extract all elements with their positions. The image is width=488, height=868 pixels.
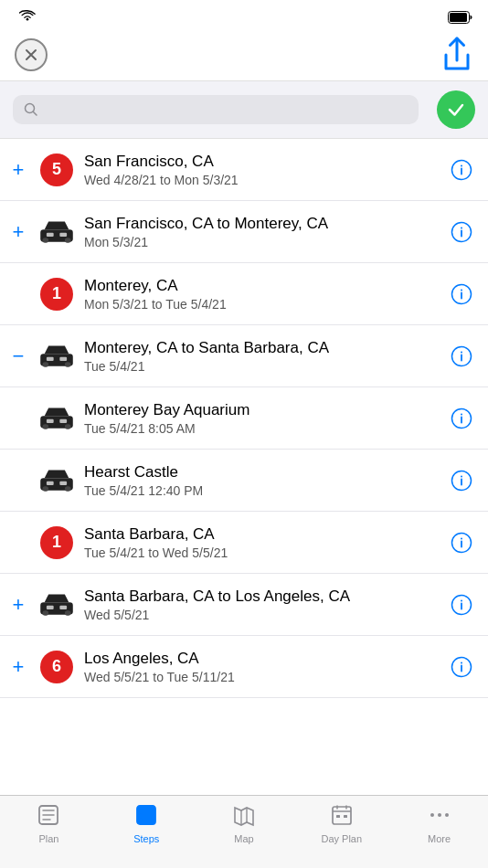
info-button[interactable] xyxy=(448,470,475,492)
item-subtitle: Tue 5/4/21 8:05 AM xyxy=(84,421,439,436)
info-button[interactable] xyxy=(448,345,475,367)
add-icon[interactable]: + xyxy=(7,158,29,182)
carrier-text xyxy=(15,10,36,26)
plan-tab-label: Plan xyxy=(38,833,58,844)
svg-rect-25 xyxy=(59,419,67,423)
svg-rect-40 xyxy=(47,606,54,609)
map-tab-icon xyxy=(232,803,256,831)
location-badge-icon: 5 xyxy=(38,153,75,186)
svg-point-4 xyxy=(461,164,462,166)
add-icon[interactable]: + xyxy=(7,593,29,617)
location-badge-icon: 1 xyxy=(38,278,75,311)
info-button[interactable] xyxy=(448,532,475,554)
svg-point-20 xyxy=(461,351,462,353)
svg-rect-1 xyxy=(450,13,467,22)
item-title: Los Angeles, CA xyxy=(84,650,439,668)
location-badge-icon: 6 xyxy=(38,651,75,683)
svg-point-48 xyxy=(140,810,143,812)
list-item: +5San Francisco, CAWed 4/28/21 to Mon 5/… xyxy=(0,139,488,201)
steps-tab-label: Steps xyxy=(133,833,159,844)
svg-point-11 xyxy=(461,227,462,228)
car-icon xyxy=(38,404,75,432)
svg-rect-18 xyxy=(59,357,67,361)
item-title: Santa Barbara, CA to Los Angeles, CA xyxy=(84,587,439,606)
svg-point-45 xyxy=(461,662,462,663)
info-button[interactable] xyxy=(448,594,475,616)
list: +5San Francisco, CAWed 4/28/21 to Mon 5/… xyxy=(0,139,488,773)
car-icon xyxy=(38,217,75,246)
list-item: + San Francisco, CA to Monterey, CAMon 5… xyxy=(0,201,488,263)
svg-rect-7 xyxy=(65,238,71,243)
list-item: − Monterey, CA to Santa Barbara, CATue 5… xyxy=(0,325,488,387)
svg-rect-51 xyxy=(333,807,351,824)
plan-tab-icon xyxy=(37,803,60,831)
remove-icon[interactable]: − xyxy=(7,344,29,368)
steps-tab-icon xyxy=(134,803,158,831)
svg-rect-8 xyxy=(47,233,54,237)
dayplan-tab-icon xyxy=(330,803,354,831)
svg-point-43 xyxy=(461,599,462,601)
svg-rect-17 xyxy=(47,357,54,361)
item-subtitle: Wed 5/5/21 xyxy=(84,608,439,622)
svg-rect-6 xyxy=(42,238,48,243)
tab-steps[interactable]: Steps xyxy=(98,803,196,844)
more-tab-icon xyxy=(428,803,451,831)
item-subtitle: Tue 5/4/21 xyxy=(84,359,439,374)
item-subtitle: Tue 5/4/21 to Wed 5/5/21 xyxy=(84,545,439,560)
car-icon xyxy=(38,342,75,370)
item-subtitle: Wed 5/5/21 to Tue 5/11/21 xyxy=(84,670,439,684)
svg-rect-30 xyxy=(65,486,71,492)
svg-point-36 xyxy=(461,537,462,539)
add-icon[interactable]: + xyxy=(7,655,29,679)
svg-rect-31 xyxy=(47,482,54,485)
svg-rect-52 xyxy=(336,815,340,818)
info-button[interactable] xyxy=(448,283,475,305)
tab-bar: Plan Steps Map Day Plan More xyxy=(0,795,488,868)
dayplan-tab-label: Day Plan xyxy=(321,833,362,844)
more-tab-label: More xyxy=(428,833,451,844)
svg-point-49 xyxy=(140,814,143,817)
svg-rect-15 xyxy=(42,362,48,367)
svg-rect-39 xyxy=(65,610,71,616)
list-item: 1Monterey, CAMon 5/3/21 to Tue 5/4/21 xyxy=(0,263,488,325)
tab-plan[interactable]: Plan xyxy=(0,803,98,844)
info-button[interactable] xyxy=(448,408,475,429)
svg-rect-41 xyxy=(59,606,67,609)
svg-rect-9 xyxy=(59,233,67,237)
list-item: + Santa Barbara, CA to Los Angeles, CAWe… xyxy=(0,574,488,636)
tab-map[interactable]: Map xyxy=(196,803,293,844)
item-title: Monterey, CA to Santa Barbara, CA xyxy=(84,339,439,357)
info-button[interactable] xyxy=(448,656,475,678)
item-subtitle: Mon 5/3/21 xyxy=(84,235,439,249)
svg-point-56 xyxy=(445,813,449,817)
svg-rect-16 xyxy=(65,362,71,367)
item-title: Santa Barbara, CA xyxy=(84,525,439,544)
share-button[interactable] xyxy=(440,38,473,71)
item-title: Monterey Bay Aquarium xyxy=(84,401,439,419)
add-icon[interactable]: + xyxy=(7,220,29,244)
checkmark-button[interactable] xyxy=(437,90,475,129)
list-item: 1Santa Barbara, CATue 5/4/21 to Wed 5/5/… xyxy=(0,512,488,574)
info-button[interactable] xyxy=(448,159,475,181)
search-input[interactable] xyxy=(45,101,408,118)
svg-rect-53 xyxy=(344,815,347,818)
info-button[interactable] xyxy=(448,221,475,243)
location-badge-icon: 1 xyxy=(38,526,75,559)
svg-point-13 xyxy=(461,289,462,291)
list-item: Monterey Bay AquariumTue 5/4/21 8:05 AM xyxy=(0,387,488,450)
item-title: San Francisco, CA to Monterey, CA xyxy=(84,215,439,233)
svg-point-54 xyxy=(430,813,434,817)
svg-point-34 xyxy=(461,475,462,477)
svg-point-50 xyxy=(140,819,143,821)
item-title: San Francisco, CA xyxy=(84,153,439,171)
svg-rect-22 xyxy=(42,424,48,429)
close-button[interactable] xyxy=(15,38,48,71)
map-tab-label: Map xyxy=(234,833,253,844)
tab-more[interactable]: More xyxy=(390,803,488,844)
nav-bar xyxy=(0,33,488,81)
svg-rect-24 xyxy=(47,419,54,423)
svg-rect-23 xyxy=(65,424,71,429)
tab-dayplan[interactable]: Day Plan xyxy=(292,803,390,844)
battery-icon xyxy=(448,11,473,24)
search-input-wrap xyxy=(13,95,419,124)
